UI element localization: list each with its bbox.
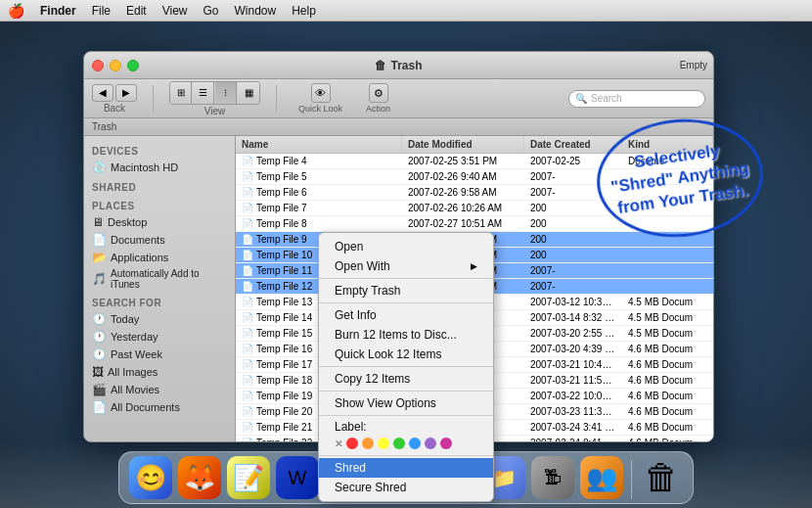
sidebar: DEVICES 💿 Macintosh HD SHARED PLACES 🖥 D…: [84, 136, 236, 441]
toolbar-separator-2: [276, 85, 277, 113]
file-created-cell: 2007-03-24 3:41 PM: [524, 422, 622, 433]
action-label: Action: [366, 104, 390, 114]
file-kind-cell: 4.6 MB Docum: [622, 422, 713, 433]
quick-look-button[interactable]: 👁 Quick Look: [293, 81, 348, 115]
sidebar-item-desktop[interactable]: 🖥 Desktop: [84, 213, 235, 231]
view-icon-btn[interactable]: ⊞: [170, 82, 192, 104]
window-title: 🗑 Trash: [375, 59, 422, 72]
ctx-show-view-options[interactable]: Show View Options: [319, 393, 493, 413]
ctx-shred[interactable]: Shred: [319, 458, 493, 478]
ctx-open[interactable]: Open: [319, 237, 493, 256]
file-created-cell: 2007-03-20 4:39 PM: [524, 344, 622, 354]
dock-finder[interactable]: 😊: [129, 456, 172, 499]
ctx-color-blue[interactable]: [409, 438, 421, 449]
menu-view[interactable]: View: [162, 4, 188, 18]
ctx-color-orange[interactable]: [362, 438, 374, 449]
col-header-name: Name: [236, 136, 402, 153]
toolbar: ◀ ▶ Back ⊞ ☰ ⫶ ▦ View 👁 Quick Look: [84, 79, 713, 118]
menu-window[interactable]: Window: [235, 4, 277, 18]
file-kind-cell: 4.6 MB Docum: [622, 359, 713, 370]
ctx-burn[interactable]: Burn 12 Items to Disc...: [319, 325, 493, 345]
empty-button[interactable]: Empty: [680, 60, 707, 70]
col-header-modified[interactable]: Date Modified: [402, 136, 524, 153]
places-header: PLACES: [84, 195, 235, 213]
desktop: 🗑 Trash Empty ◀ ▶ Back ⊞ ☰ ⫶ ▦: [0, 22, 812, 439]
file-kind-cell: 4.5 MB Docum: [622, 328, 713, 339]
sidebar-item-macintosh-hd[interactable]: 💿 Macintosh HD: [84, 159, 235, 176]
ctx-color-purple[interactable]: [425, 438, 436, 449]
context-menu: Open Open With▶ Empty Trash Get Info Bur…: [318, 232, 494, 502]
back-button[interactable]: ◀: [92, 84, 113, 102]
menu-go[interactable]: Go: [203, 4, 219, 18]
search-placeholder: Search: [591, 93, 622, 104]
sidebar-search-yesterday[interactable]: 🕐 Yesterday: [84, 328, 235, 346]
ctx-color-red[interactable]: [346, 438, 358, 449]
menu-edit[interactable]: Edit: [126, 4, 147, 18]
sidebar-search-pastweek[interactable]: 🕐 Past Week: [84, 346, 235, 363]
sidebar-item-auto-itunes[interactable]: 🎵 Automatically Add to iTunes: [84, 266, 235, 292]
view-cover-btn[interactable]: ▦: [238, 82, 259, 104]
view-buttons: ⊞ ☰ ⫶ ▦: [169, 81, 260, 105]
view-list-btn[interactable]: ☰: [193, 82, 214, 104]
dock-trash[interactable]: 🗑: [640, 456, 683, 499]
ctx-open-with[interactable]: Open With▶: [319, 256, 493, 276]
file-created-cell: 200: [524, 250, 622, 260]
sidebar-item-documents[interactable]: 📄 Documents: [84, 231, 235, 249]
ctx-color-pink[interactable]: [440, 438, 452, 449]
view-label: View: [204, 106, 226, 116]
apple-menu[interactable]: 🍎: [8, 3, 24, 19]
pastweek-icon: 🕐: [92, 347, 107, 361]
annotation-text: Selectively "Shred" Anything from Your T…: [607, 136, 753, 219]
search-box[interactable]: 🔍 Search: [568, 90, 705, 108]
file-name-cell: 📄 Temp File 7: [236, 203, 402, 213]
file-name-cell: 📄 Temp File 6: [236, 187, 402, 198]
sidebar-item-applications[interactable]: 📂 Applications: [84, 249, 235, 266]
fullscreen-button[interactable]: [127, 60, 139, 71]
minimize-button[interactable]: [110, 60, 121, 71]
trash-title-icon: 🗑: [375, 59, 386, 72]
menu-bar: 🍎 Finder File Edit View Go Window Help: [0, 0, 812, 22]
dock-compress[interactable]: 🗜: [531, 456, 574, 499]
file-name-cell: 📄 Temp File 5: [236, 171, 402, 182]
desktop-icon: 🖥: [92, 215, 104, 229]
sidebar-search-images[interactable]: 🖼 All Images: [84, 363, 235, 381]
ctx-sep-2: [319, 302, 493, 303]
file-created-cell: 2007-: [524, 281, 622, 292]
menu-finder[interactable]: Finder: [40, 4, 76, 18]
dock-stickies[interactable]: 📝: [227, 456, 270, 499]
ctx-color-x[interactable]: ✕: [335, 439, 342, 449]
search-header: SEARCH FOR: [84, 292, 235, 310]
ctx-color-green[interactable]: [393, 438, 405, 449]
nav-buttons: ◀ ▶: [92, 84, 137, 102]
ctx-color-yellow[interactable]: [378, 438, 389, 449]
file-name-cell: 📄 Temp File 4: [236, 156, 402, 166]
menu-help[interactable]: Help: [292, 4, 316, 18]
devices-header: DEVICES: [84, 140, 235, 159]
file-kind-cell: 4.5 MB Docum: [622, 297, 713, 307]
ctx-secure-shred[interactable]: Secure Shred: [319, 478, 493, 497]
sidebar-item-label: All Movies: [111, 384, 159, 395]
sidebar-search-today[interactable]: 🕐 Today: [84, 310, 235, 328]
ctx-copy[interactable]: Copy 12 Items: [319, 369, 493, 389]
ctx-sep-5: [319, 415, 493, 416]
ctx-get-info[interactable]: Get Info: [319, 305, 493, 325]
menu-file[interactable]: File: [92, 4, 111, 18]
dock-people[interactable]: 👥: [580, 456, 623, 499]
dock-word[interactable]: W: [276, 456, 319, 499]
ctx-quick-look[interactable]: Quick Look 12 Items: [319, 345, 493, 364]
ctx-empty-trash[interactable]: Empty Trash: [319, 281, 493, 300]
view-column-btn[interactable]: ⫶: [215, 82, 237, 104]
documents-icon: 📄: [92, 233, 107, 247]
alldocs-icon: 📄: [92, 400, 107, 414]
action-button[interactable]: ⚙ Action: [360, 81, 396, 115]
col-header-created[interactable]: Date Created: [524, 136, 622, 153]
sidebar-search-movies[interactable]: 🎬 All Movies: [84, 381, 235, 398]
sidebar-item-label: Automatically Add to iTunes: [111, 268, 227, 290]
shared-header: SHARED: [84, 176, 235, 195]
today-icon: 🕐: [92, 312, 107, 326]
sidebar-search-alldocs[interactable]: 📄 All Documents: [84, 398, 235, 416]
dock-firefox[interactable]: 🦊: [178, 456, 221, 499]
close-button[interactable]: [92, 60, 104, 71]
forward-button[interactable]: ▶: [115, 84, 137, 102]
quick-look-label: Quick Look: [298, 104, 342, 114]
